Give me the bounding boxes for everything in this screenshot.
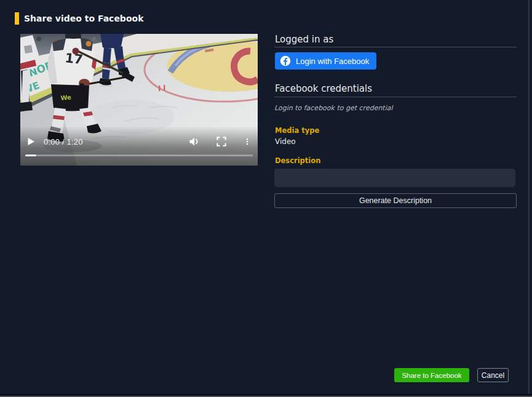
video-control-bar: 0:00 / 1:20 xyxy=(20,133,258,150)
login-with-facebook-label: Login with Facebook xyxy=(296,57,369,66)
facebook-icon xyxy=(280,55,291,66)
cancel-button[interactable]: Cancel xyxy=(477,368,509,382)
time-display: 0:00 / 1:20 xyxy=(44,137,83,146)
pants-logo-text: We xyxy=(60,94,72,102)
video-progress-played xyxy=(25,154,36,156)
more-options-button[interactable] xyxy=(243,135,252,148)
facebook-credentials-heading: Facebook credentials xyxy=(275,83,372,94)
page-title: Share video to Facebook xyxy=(24,12,143,25)
media-type-value: Video xyxy=(275,137,296,146)
volume-button[interactable] xyxy=(188,135,200,148)
fullscreen-button[interactable] xyxy=(215,135,228,148)
play-icon xyxy=(25,136,36,147)
video-player[interactable]: NORD WE 12AMG xyxy=(20,34,258,166)
title-accent-bar xyxy=(15,12,19,25)
media-type-label: Media type xyxy=(275,126,319,135)
volume-icon xyxy=(188,135,200,148)
credentials-section-divider xyxy=(274,97,517,97)
credentials-hint: Login to facebook to get credential xyxy=(274,104,393,112)
page-header: Share video to Facebook xyxy=(15,12,143,25)
share-to-facebook-button[interactable]: Share to Facebook xyxy=(394,368,469,382)
generate-description-button[interactable]: Generate Description xyxy=(274,193,517,208)
window-right-edge xyxy=(528,0,530,397)
more-options-icon xyxy=(243,135,252,148)
description-input[interactable] xyxy=(274,169,515,187)
login-with-facebook-button[interactable]: Login with Facebook xyxy=(275,52,376,70)
login-section-divider xyxy=(274,47,517,47)
description-label: Description xyxy=(275,156,320,165)
fullscreen-icon xyxy=(215,135,228,148)
play-button[interactable] xyxy=(25,136,36,147)
logged-in-as-heading: Logged in as xyxy=(275,34,333,45)
video-progress-bar[interactable] xyxy=(25,154,253,156)
